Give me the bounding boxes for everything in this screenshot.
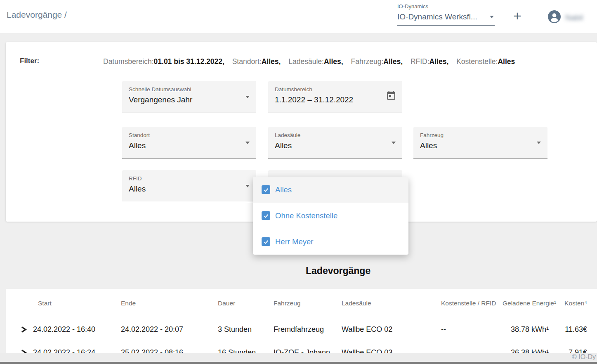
footer-bar: © IO-Dy — [0, 353, 597, 364]
cell-dauer: 3 Stunden — [218, 325, 274, 334]
summary-label: Standort: — [232, 57, 262, 66]
user-menu[interactable]: Nabil — [548, 10, 583, 25]
add-button[interactable]: + — [510, 7, 525, 24]
field-label: Standort — [129, 132, 250, 138]
date-range-field[interactable]: Datumsbereich 1.1.2022 – 31.12.2022 — [268, 81, 402, 113]
fahrzeug-select[interactable]: Fahrzeug Alles — [413, 127, 547, 159]
summary-value: Alles, — [429, 57, 449, 66]
field-label: Fahrzeug — [420, 132, 541, 138]
checkbox-checked-icon[interactable] — [262, 237, 270, 246]
chevron-down-icon — [537, 142, 541, 144]
cell-ende: 24.02.2022 - 20:07 — [121, 325, 218, 334]
dropdown-option-herr-meyer[interactable]: Herr Meyer — [253, 229, 408, 255]
checkbox-checked-icon[interactable] — [262, 211, 270, 220]
fleet-select-value: IO-Dynamics Werksfl... — [397, 12, 477, 21]
summary-value: Alles, — [262, 57, 281, 66]
dropdown-option-label: Herr Meyer — [275, 237, 314, 246]
field-value: 1.1.2022 – 31.12.2022 — [275, 95, 396, 104]
dropdown-option-label: Ohne Kostenstelle — [275, 211, 337, 220]
cell-ladesaeule-link[interactable]: Wallbe ECO 02 — [342, 325, 434, 334]
table-header-row: Start Ende Dauer Fahrzeug Ladesäule Kost… — [6, 289, 597, 318]
field-label: Schnelle Datumsauswahl — [129, 86, 250, 92]
field-value: Vergangenes Jahr — [129, 95, 250, 104]
summary-label: Kostenstelle: — [456, 57, 498, 66]
horizontal-scrollbar[interactable] — [0, 362, 597, 364]
cell-energie: 38.78 kWh¹ — [503, 325, 552, 334]
col-header-ende[interactable]: Ende — [121, 300, 218, 307]
col-header-fahrzeug[interactable]: Fahrzeug — [274, 300, 342, 307]
dropdown-option-alles[interactable]: Alles — [253, 177, 408, 203]
field-value: Alles — [275, 141, 396, 150]
filter-summary: Datumsbereich:01.01 bis 31.12.2022, Stan… — [103, 57, 585, 67]
dropdown-option-label: Alles — [275, 185, 292, 194]
col-header-kostenstelle-rfid[interactable]: Kostenstelle / RFID — [434, 300, 503, 307]
cell-kostenstelle: -- — [434, 325, 503, 334]
col-header-kosten[interactable]: Kosten⁴ — [552, 300, 591, 307]
expand-row-icon[interactable] — [21, 326, 33, 333]
chevron-down-icon — [392, 142, 396, 144]
chevron-down-icon — [490, 16, 494, 18]
summary-value: Alles — [498, 57, 515, 66]
field-value: Alles — [129, 141, 250, 150]
summary-label: Ladesäule: — [288, 57, 324, 66]
col-header-ladesaeule[interactable]: Ladesäule — [342, 300, 434, 307]
cell-fahrzeug: Fremdfahrzeug — [274, 325, 342, 334]
field-value: Alles — [420, 141, 541, 150]
chevron-down-icon — [245, 142, 250, 144]
ladesaeule-select[interactable]: Ladesäule Alles — [268, 127, 402, 159]
summary-value: Alles, — [383, 57, 403, 66]
chevron-down-icon — [245, 185, 250, 187]
filter-title: Filter: — [20, 57, 39, 65]
breadcrumb[interactable]: Ladevorgänge / — [7, 10, 67, 20]
checkbox-checked-icon[interactable] — [262, 185, 270, 194]
standort-select[interactable]: Standort Alles — [122, 127, 256, 159]
table-title: Ladevorgänge — [306, 265, 370, 277]
field-label: Datumsbereich — [275, 86, 396, 92]
app-root: Ladevorgänge / IO-Dynamics IO-Dynamics W… — [0, 0, 597, 364]
dropdown-option-ohne-kostenstelle[interactable]: Ohne Kostenstelle — [253, 203, 408, 229]
kostenstelle-dropdown: Alles Ohne Kostenstelle Herr Meyer — [253, 177, 408, 255]
field-value: Alles — [129, 184, 250, 194]
summary-label: Fahrzeug: — [351, 57, 384, 66]
summary-label: RFID: — [411, 57, 429, 66]
quick-date-select[interactable]: Schnelle Datumsauswahl Vergangenes Jahr — [122, 81, 256, 113]
col-header-geladene-energie[interactable]: Geladene Energie¹ — [503, 300, 552, 307]
summary-value: 01.01 bis 31.12.2022, — [154, 57, 224, 66]
cell-kosten: 11.63€ — [552, 325, 591, 334]
top-bar: Ladevorgänge / IO-Dynamics IO-Dynamics W… — [0, 0, 597, 33]
copyright-text: © IO-Dy — [572, 353, 596, 361]
summary-label: Datumsbereich: — [103, 57, 154, 66]
summary-value: Alles, — [324, 57, 343, 66]
field-label: RFID — [129, 175, 250, 182]
rfid-select[interactable]: RFID Alles — [122, 170, 256, 202]
col-header-start[interactable]: Start — [33, 300, 121, 307]
field-label: Ladesäule — [275, 132, 396, 138]
fleet-select-label: IO-Dynamics — [397, 3, 495, 9]
col-header-dauer[interactable]: Dauer — [218, 300, 274, 307]
table-row[interactable]: 24.02.2022 - 16:40 24.02.2022 - 20:07 3 … — [6, 318, 597, 341]
account-icon — [548, 10, 561, 25]
calendar-icon[interactable] — [386, 90, 396, 102]
fleet-select[interactable]: IO-Dynamics IO-Dynamics Werksfl... — [397, 3, 495, 26]
chevron-down-icon — [245, 96, 250, 98]
cell-start: 24.02.2022 - 16:40 — [33, 325, 121, 334]
user-name: Nabil — [565, 13, 583, 22]
